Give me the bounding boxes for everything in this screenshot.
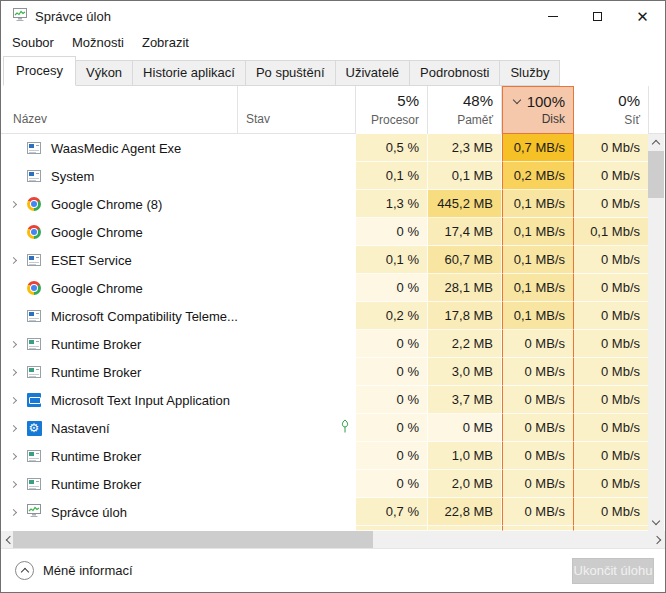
network-cell: 0 Mb/s — [574, 246, 649, 274]
tab-historie-aplikaci[interactable]: Historie aplikací — [132, 60, 246, 86]
expand-chevron-icon[interactable] — [1, 426, 25, 431]
column-header-sit[interactable]: 0%Síť — [574, 86, 649, 134]
disk-cell: 0 MB/s — [502, 358, 574, 386]
tab-sluzby[interactable]: Služby — [499, 60, 560, 86]
menu-bar: SouborMožnostiZobrazit — [1, 31, 665, 53]
process-icon-wrap — [25, 197, 43, 211]
expand-chevron-icon[interactable] — [1, 398, 25, 403]
table-row[interactable]: Microsoft Compatibility Teleme...0,2 %17… — [1, 302, 665, 330]
process-name: Správce úloh — [51, 505, 127, 520]
network-cell: 0 Mb/s — [574, 274, 649, 302]
metric-header-label: Paměť — [457, 113, 493, 127]
column-header-procesor[interactable]: 5%Procesor — [356, 86, 428, 134]
table-row[interactable]: Runtime Broker0 %2,2 MB0 MB/s0 Mb/s — [1, 330, 665, 358]
column-header-status[interactable]: Stav — [238, 86, 356, 133]
scroll-down-arrow-icon[interactable] — [648, 514, 664, 531]
table-row[interactable]: ESET Service0,1 %60,7 MB0,1 MB/s0 Mb/s — [1, 246, 665, 274]
cpu-cell: 0,5 % — [356, 134, 428, 162]
minimize-button[interactable] — [530, 1, 575, 31]
process-name: System — [51, 169, 94, 184]
expand-chevron-icon[interactable] — [1, 370, 25, 375]
table-row[interactable]: Runtime Broker0 %1,0 MB0 MB/s0 Mb/s — [1, 442, 665, 470]
process-name: Nastavení — [51, 421, 110, 436]
menu-item-zobrazit[interactable]: Zobrazit — [133, 33, 198, 52]
maximize-button[interactable] — [575, 1, 620, 31]
memory-cell: 0,1 MB — [428, 162, 502, 190]
memory-cell: 17,4 MB — [428, 218, 502, 246]
expand-chevron-icon[interactable] — [1, 202, 25, 207]
table-row[interactable]: Runtime Broker0 %2,0 MB0 MB/s0 Mb/s — [1, 470, 665, 498]
cpu-cell: 0 % — [356, 218, 428, 246]
status-bar: Méně informací Ukončit úlohu — [1, 548, 665, 592]
expand-chevron-icon[interactable] — [1, 510, 25, 515]
table-row[interactable]: Runtime Broker0 %3,0 MB0 MB/s0 Mb/s — [1, 358, 665, 386]
memory-cell: 60,7 MB — [428, 246, 502, 274]
tab-uzivatele[interactable]: Uživatelé — [335, 60, 410, 86]
cpu-cell: 0 % — [356, 330, 428, 358]
memory-cell: 0 MB — [428, 414, 502, 442]
table-row[interactable]: Microsoft Text Input Application0 %3,7 M… — [1, 386, 665, 414]
scroll-up-arrow-icon[interactable] — [648, 134, 664, 151]
process-name: Google Chrome — [51, 281, 143, 296]
process-icon-wrap — [25, 366, 43, 378]
table-row[interactable]: Správce úloh0,7 %22,8 MB0 MB/s0 Mb/s — [1, 498, 665, 526]
table-row[interactable]: System0,1 %0,1 MB0,2 MB/s0 Mb/s — [1, 162, 665, 190]
disk-cell: 0 MB/s — [502, 442, 574, 470]
process-name-cell: Google Chrome — [1, 274, 238, 302]
process-status-cell — [238, 134, 356, 162]
expand-chevron-icon[interactable] — [1, 258, 25, 263]
disk-cell: 0,1 MB/s — [502, 190, 574, 218]
process-name: WaasMedic Agent Exe — [51, 141, 181, 156]
end-task-button[interactable]: Ukončit úlohu — [572, 558, 654, 584]
horizontal-scrollbar[interactable] — [1, 531, 665, 548]
scroll-right-arrow-icon[interactable] — [648, 531, 665, 548]
tab-vykon[interactable]: Výkon — [75, 60, 133, 86]
memory-cell: 22,8 MB — [428, 498, 502, 526]
metric-headers: 5%Procesor48%Paměť100%Disk0%Síť — [356, 86, 649, 133]
header-corner — [649, 86, 665, 133]
vertical-scrollbar-thumb[interactable] — [648, 151, 664, 198]
table-row[interactable]: Google Chrome0 %28,1 MB0,1 MB/s0 Mb/s — [1, 274, 665, 302]
table-row[interactable]: Google Chrome (8)1,3 %445,2 MB0,1 MB/s0 … — [1, 190, 665, 218]
menu-item-soubor[interactable]: Soubor — [3, 33, 63, 52]
table-row[interactable]: Google Chrome0 %17,4 MB0,1 MB/s0,1 Mb/s — [1, 218, 665, 246]
process-icon-wrap — [25, 478, 43, 490]
close-button[interactable]: ✕ — [620, 1, 665, 31]
process-icon-wrap — [25, 503, 43, 522]
tab-po-spusteni[interactable]: Po spuštění — [245, 60, 336, 86]
process-icon-wrap — [25, 170, 43, 182]
expand-chevron-icon[interactable] — [1, 454, 25, 459]
vertical-scrollbar[interactable] — [648, 134, 664, 531]
cpu-cell: 0 % — [356, 274, 428, 302]
chevron-up-circle-icon — [15, 561, 34, 580]
metric-header-value: 5% — [397, 92, 419, 109]
process-status-cell — [238, 162, 356, 190]
process-name-cell: Microsoft Text Input Application — [1, 386, 238, 414]
process-status-cell — [238, 498, 356, 526]
less-info-toggle[interactable]: Méně informací — [15, 561, 133, 580]
metric-header-value: 100% — [514, 93, 565, 110]
table-row[interactable]: WaasMedic Agent Exe0,5 %2,3 MB0,7 MB/s0 … — [1, 134, 665, 162]
metric-header-label: Disk — [542, 112, 565, 126]
horizontal-scrollbar-thumb[interactable] — [13, 531, 373, 548]
table-row[interactable]: ⚙Nastavení0 %0 MB0 MB/s0 Mb/s — [1, 414, 665, 442]
cpu-cell: 0,2 % — [356, 302, 428, 330]
column-header-name[interactable]: Název — [1, 86, 238, 133]
name-header-label: Název — [13, 112, 47, 126]
metric-header-value: 48% — [463, 92, 493, 109]
memory-cell: 28,1 MB — [428, 274, 502, 302]
menu-item-moznosti[interactable]: Možnosti — [63, 33, 133, 52]
column-header-pamet[interactable]: 48%Paměť — [428, 86, 502, 134]
column-header-disk[interactable]: 100%Disk — [502, 86, 574, 134]
disk-cell: 0 MB/s — [502, 386, 574, 414]
expand-chevron-icon[interactable] — [1, 342, 25, 347]
process-name: Google Chrome — [51, 225, 143, 240]
network-cell: 0 Mb/s — [574, 190, 649, 218]
expand-chevron-icon[interactable] — [1, 482, 25, 487]
tab-procesy[interactable]: Procesy — [3, 56, 76, 86]
sort-descending-icon — [512, 96, 520, 104]
suspended-leaf-icon — [339, 419, 351, 438]
tab-podrobnosti[interactable]: Podrobnosti — [409, 60, 500, 86]
network-cell: 0 Mb/s — [574, 442, 649, 470]
memory-cell: 3,7 MB — [428, 386, 502, 414]
